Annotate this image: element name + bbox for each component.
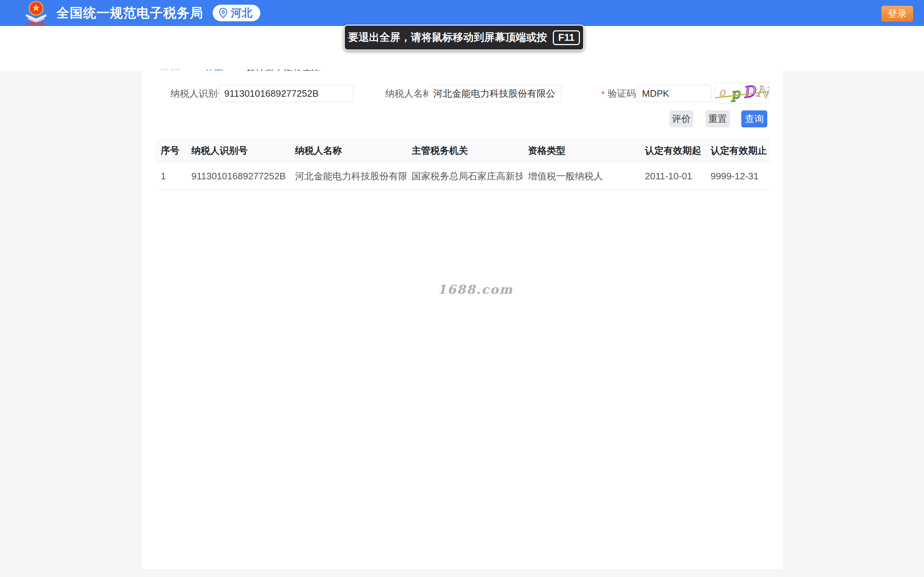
taxpayer-name-label: 纳税人名称 [385,88,432,99]
taxpayer-id-label: 纳税人识别号 [170,88,227,99]
captcha-image[interactable]: o p D N [715,83,770,103]
tax-bureau-logo-icon: 中国税务 [22,0,50,26]
watermark: 1688.com [438,282,514,297]
page: { "header": { "title": "全国统一规范电子税务局", "r… [0,0,924,577]
region-label: 河北 [231,6,252,21]
captcha-input[interactable] [636,85,711,102]
captcha-letter-1: p [730,85,741,102]
table-row: 1 91130101689277252B 河北金能电力科技股份有限公司 国家税务… [155,163,770,190]
results-table: 序号 纳税人识别号 纳税人名称 主管税务机关 资格类型 认定有效期起 认定有效期… [155,139,770,190]
cell-valid-from: 2011-10-01 [640,163,705,190]
login-button[interactable]: 登录 [881,6,913,22]
toast-message: 要退出全屏，请将鼠标移动到屏幕顶端或按 [348,30,547,45]
fullscreen-exit-toast: 要退出全屏，请将鼠标移动到屏幕顶端或按 F11 [344,24,584,50]
cell-tax-authority: 国家税务总局石家庄高新技术... [406,163,522,190]
col-valid-to: 认定有效期止 [705,139,770,163]
col-taxpayer-id: 纳税人识别号 [186,139,289,163]
col-valid-from: 认定有效期起 [640,139,705,163]
col-qualification-type: 资格类型 [522,139,640,163]
cell-taxpayer-id: 91130101689277252B [186,163,289,190]
cell-index: 1 [155,163,186,190]
cell-valid-to: 9999-12-31 [705,163,770,190]
required-asterisk: * [601,89,605,100]
evaluate-button[interactable]: 评价 [669,110,693,127]
location-pin-icon [218,8,228,18]
taxpayer-id-input[interactable] [219,85,354,102]
app-header: 中国税务 全国统一规范电子税务局 河北 登录 [0,0,924,26]
col-index: 序号 [155,139,186,163]
app-title: 全国统一规范电子税务局 [57,4,203,22]
cell-qualification-type: 增值税一般纳税人 [522,163,640,190]
reset-button[interactable]: 重置 [706,110,730,127]
logo-caption: 中国税务 [27,21,45,26]
cell-taxpayer-name: 河北金能电力科技股份有限公司 [289,163,406,190]
captcha-label: 验证码 [608,88,636,99]
f11-key-badge: F11 [553,30,580,45]
query-button[interactable]: 查询 [741,110,767,127]
table-header: 序号 纳税人识别号 纳税人名称 主管税务机关 资格类型 认定有效期起 认定有效期… [155,139,770,163]
query-panel: 纳税人识别号 纳税人名称 * 验证码 o p D N 评价 重置 查询 序号 纳… [142,71,783,569]
col-taxpayer-name: 纳税人名称 [289,139,406,163]
region-selector[interactable]: 河北 [213,5,260,21]
taxpayer-name-input[interactable] [428,85,562,102]
col-tax-authority: 主管税务机关 [406,139,522,163]
